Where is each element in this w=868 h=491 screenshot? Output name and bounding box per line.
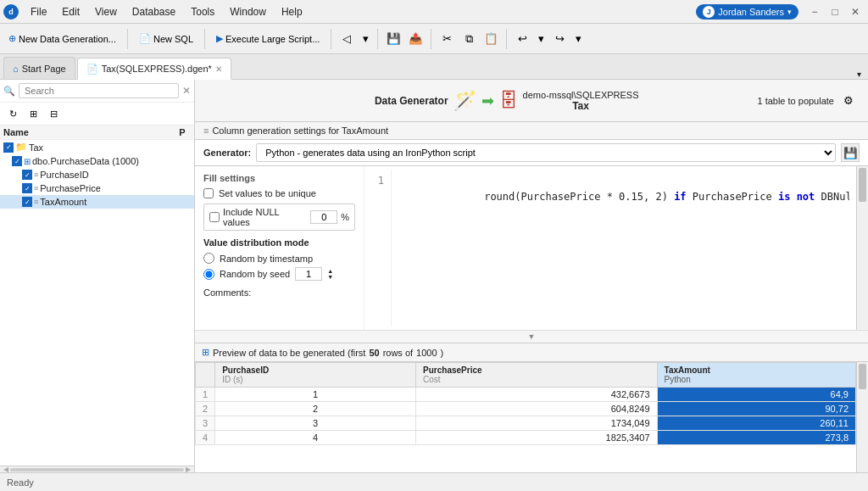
- menu-database[interactable]: Database: [125, 4, 182, 20]
- table-icon: ⊞: [24, 157, 31, 166]
- generator-row: Generator: Python - generates data using…: [195, 140, 868, 166]
- search-icon: 🔍: [3, 86, 15, 97]
- search-input[interactable]: [19, 83, 179, 98]
- save-as-button[interactable]: 📤: [406, 30, 425, 48]
- list-item[interactable]: ✓ ≡ PurchasePrice: [0, 181, 194, 195]
- generator-select[interactable]: Python - generates data using an IronPyt…: [256, 143, 836, 162]
- code-content[interactable]: round(PurchasePrice * 0.15, 2) if Purcha…: [398, 170, 849, 326]
- target-server: demo-mssql\SQLEXPRESS: [523, 90, 639, 100]
- redo-button[interactable]: ↪: [550, 30, 569, 48]
- menu-edit[interactable]: Edit: [55, 4, 86, 20]
- refresh-button[interactable]: ↻: [3, 104, 22, 123]
- tab-start-page[interactable]: ⌂ Start Page: [3, 57, 75, 79]
- user-badge: J Jordan Sanders ▾: [696, 4, 798, 20]
- folder-icon: 📁: [15, 142, 27, 153]
- null-value-input[interactable]: [310, 210, 337, 224]
- connection-header: Data Generator 🪄 ➡ 🗄 demo-mssql\SQLEXPRE…: [195, 80, 868, 122]
- comments-label: Comments:: [203, 287, 355, 298]
- preview-title3: ): [441, 348, 444, 358]
- maximize-button[interactable]: □: [826, 3, 844, 21]
- save-button[interactable]: 💾: [384, 30, 403, 48]
- checkbox-purchasedata[interactable]: ✓: [12, 156, 22, 166]
- connection-right: 1 table to populate ⚙: [757, 92, 858, 110]
- expand-all-button[interactable]: ⊞: [24, 104, 42, 123]
- expand-arrow[interactable]: ▼: [195, 330, 868, 343]
- list-item[interactable]: ✓ ≡ TaxAmount: [0, 195, 194, 209]
- cut-button[interactable]: ✂: [437, 30, 456, 48]
- checkbox-purchaseprice[interactable]: ✓: [22, 183, 32, 193]
- execute-label: Execute Large Script...: [225, 34, 320, 44]
- menu-tools[interactable]: Tools: [184, 4, 221, 20]
- menu-window[interactable]: Window: [223, 4, 273, 20]
- code-editor[interactable]: 1 round(PurchasePrice * 0.15, 2) if Purc…: [364, 166, 856, 330]
- search-clear-button[interactable]: ✕: [182, 85, 191, 97]
- list-item[interactable]: ✓ ⊞ dbo.PurchaseData (1000): [0, 154, 194, 168]
- cell-id-4: 4: [215, 431, 416, 445]
- th-purchaseprice: PurchasePrice Cost: [416, 363, 658, 388]
- seed-stepper[interactable]: ▲▼: [327, 268, 333, 280]
- preview-scrollbar[interactable]: [856, 362, 868, 472]
- seed-input[interactable]: [295, 267, 322, 281]
- tree-col-name: Name: [3, 127, 174, 137]
- user-dropdown-icon[interactable]: ▾: [787, 8, 792, 16]
- tab-tax-dgen[interactable]: 📄 Tax(SQLEXPRESS).dgen* ✕: [77, 58, 231, 80]
- menu-bar: d File Edit View Database Tools Window H…: [0, 0, 868, 24]
- sidebar: 🔍 ✕ ↻ ⊞ ⊟ Name P ✓ 📁 Tax ✓ ⊞ dbo.: [0, 80, 195, 472]
- status-text: Ready: [7, 477, 34, 488]
- execute-large-script-button[interactable]: ▶ Execute Large Script...: [211, 31, 325, 47]
- new-sql-button[interactable]: 📄 New SQL: [134, 31, 198, 47]
- radio-timestamp[interactable]: [203, 253, 214, 264]
- checkbox-purchaseid[interactable]: ✓: [22, 170, 32, 180]
- preview-table-container: PurchaseID ID (s) PurchasePrice Cost Tax…: [195, 362, 868, 472]
- menu-bar-right: J Jordan Sanders ▾ − □ ✕: [696, 3, 865, 21]
- collapse-all-button[interactable]: ⊟: [44, 104, 63, 123]
- app-logo: d: [3, 4, 19, 20]
- code-if: if: [674, 191, 686, 203]
- menu-help[interactable]: Help: [275, 4, 309, 20]
- tab-dropdown-icon[interactable]: ▾: [854, 70, 865, 79]
- menu-file[interactable]: File: [24, 4, 53, 20]
- navigate-back-button[interactable]: ◁: [337, 30, 356, 48]
- start-page-icon: ⌂: [13, 64, 19, 74]
- checkbox-tax[interactable]: ✓: [3, 142, 14, 153]
- close-button[interactable]: ✕: [846, 3, 865, 21]
- preview-table-wrap[interactable]: PurchaseID ID (s) PurchasePrice Cost Tax…: [195, 362, 856, 472]
- tree-purchaseid-label: PurchaseID: [40, 170, 88, 180]
- new-data-generation-button[interactable]: ⊕ New Data Generation...: [3, 31, 121, 47]
- main-area: 🔍 ✕ ↻ ⊞ ⊟ Name P ✓ 📁 Tax ✓ ⊞ dbo.: [0, 80, 868, 472]
- fill-settings-panel: Fill settings Set values to be unique In…: [195, 166, 364, 330]
- redo-dropdown-button[interactable]: ▾: [572, 30, 584, 48]
- dropdown-arrow-button[interactable]: ▾: [359, 30, 371, 48]
- preview-scrollbar-thumb[interactable]: [859, 364, 866, 389]
- preview-total: 1000: [416, 348, 437, 358]
- menu-view[interactable]: View: [88, 4, 124, 20]
- row-num-1: 1: [196, 388, 215, 402]
- cell-tax-3: 260,11: [657, 416, 855, 431]
- minimize-button[interactable]: −: [805, 3, 824, 21]
- th-rownum: [196, 363, 215, 388]
- paste-button[interactable]: 📋: [481, 30, 500, 48]
- null-checkbox[interactable]: [209, 212, 220, 222]
- unique-checkbox[interactable]: [203, 188, 214, 198]
- copy-button[interactable]: ⧉: [459, 30, 478, 48]
- undo-dropdown-button[interactable]: ▾: [535, 30, 547, 48]
- settings-button[interactable]: ⚙: [839, 92, 858, 110]
- sidebar-hscroll[interactable]: ◀ ▶: [0, 466, 194, 472]
- list-item[interactable]: ✓ ≡ PurchaseID: [0, 168, 194, 181]
- sidebar-toolbar: ↻ ⊞ ⊟: [0, 103, 194, 126]
- section-title-icon: ≡: [203, 126, 209, 136]
- tab-close-icon[interactable]: ✕: [215, 64, 222, 74]
- undo-button[interactable]: ↩: [513, 30, 531, 48]
- scrollbar-thumb[interactable]: [859, 168, 866, 202]
- menu-bar-left: d File Edit View Database Tools Window H…: [3, 4, 309, 20]
- fill-settings-label: Fill settings: [203, 173, 355, 183]
- content-area: Data Generator 🪄 ➡ 🗄 demo-mssql\SQLEXPRE…: [195, 80, 868, 472]
- list-item[interactable]: ✓ 📁 Tax: [0, 140, 194, 154]
- generator-save-button[interactable]: 💾: [841, 143, 860, 162]
- source-info: Data Generator: [375, 95, 448, 107]
- new-data-gen-icon: ⊕: [8, 33, 16, 44]
- code-scrollbar[interactable]: [856, 166, 868, 330]
- checkbox-taxamount[interactable]: ✓: [22, 197, 32, 207]
- preview-area: ⊞ Preview of data to be generated (first…: [195, 343, 868, 472]
- radio-seed[interactable]: [203, 269, 214, 280]
